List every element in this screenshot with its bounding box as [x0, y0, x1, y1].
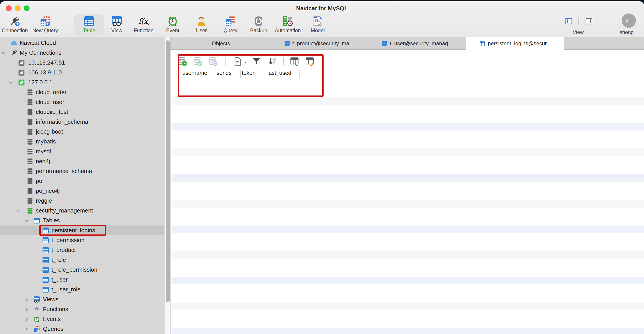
query-icon	[225, 15, 236, 27]
connection-toolbar-button[interactable]: Connection	[0, 14, 30, 36]
toolbar-button-label: Table	[74, 28, 104, 33]
sidebar-item-t_user[interactable]: t_user	[0, 275, 170, 284]
tab-objects[interactable]: Objects	[172, 37, 270, 49]
db-icon	[26, 89, 34, 96]
table-icon	[42, 237, 49, 244]
connection-tree-sidebar: Navicat CloudMy Connections10.113.247.51…	[0, 37, 170, 334]
sidebar-item-po[interactable]: po	[0, 176, 170, 186]
automation-icon	[282, 15, 294, 27]
sidebar-item-mybatis[interactable]: mybatis	[0, 136, 170, 146]
sidebar-item-security_management[interactable]: security_management	[0, 206, 170, 215]
sort-button[interactable]	[268, 57, 278, 66]
document-text-button[interactable]	[232, 57, 242, 66]
sidebar-item-t_user_role[interactable]: t_user_role	[0, 284, 170, 294]
column-header-username[interactable]: username	[182, 70, 207, 76]
table-toolbar-button[interactable]: Table	[74, 14, 104, 36]
tab-persistent_logins-secur-[interactable]: persistent_logins@secur...	[466, 37, 564, 50]
chevron-right-icon[interactable]	[24, 317, 29, 322]
export-table-button[interactable]	[304, 57, 314, 66]
sidebar-item-106.13.9.110[interactable]: 106.13.9.110	[0, 67, 170, 77]
column-header-last_used[interactable]: last_used	[268, 70, 291, 76]
sidebar-item-127.0.0.1[interactable]: 127.0.0.1	[0, 77, 170, 87]
sidebar-item-queries[interactable]: Queries	[0, 324, 170, 334]
sidebar-item-jeecg-boot[interactable]: jeecg-boot	[0, 127, 170, 136]
sidebar-item-navicat-cloud[interactable]: Navicat Cloud	[0, 38, 170, 48]
chevron-down-icon[interactable]	[8, 80, 13, 85]
new-query-toolbar-button[interactable]: New Query	[30, 14, 60, 36]
sidebar-item-views[interactable]: Views	[0, 294, 170, 304]
chevron-right-icon[interactable]	[24, 307, 29, 312]
backup-toolbar-button[interactable]: Backup	[244, 14, 274, 36]
database-play-button[interactable]	[178, 57, 187, 66]
sidebar-item-t_role[interactable]: t_role	[0, 255, 170, 265]
sidebar-item-cloud_user[interactable]: cloud_user	[0, 97, 170, 107]
database-check-button	[193, 57, 202, 66]
sidebar-item-mysql[interactable]: mysql	[0, 146, 170, 156]
table-icon	[33, 217, 40, 224]
empty-grid-stripe	[172, 174, 644, 182]
account-avatar[interactable]: s_	[622, 14, 636, 28]
sidebar-item-label: po_neo4j	[36, 187, 60, 194]
sidebar-item-label: t_user_role	[52, 286, 80, 293]
filter-button[interactable]	[252, 57, 261, 66]
column-divider[interactable]	[214, 70, 215, 78]
column-divider[interactable]	[299, 70, 300, 78]
chevron-right-icon[interactable]	[24, 297, 29, 302]
view-toolbar-button[interactable]: View	[102, 14, 132, 36]
event-toolbar-button[interactable]: Event	[158, 14, 188, 36]
tab-t_product-security_ma-[interactable]: t_product@security_ma...	[270, 37, 368, 49]
sidebar-item-reggie[interactable]: reggie	[0, 196, 170, 206]
table-icon	[42, 246, 49, 254]
sidebar-item-neo4j[interactable]: neo4j	[0, 156, 170, 166]
sidebar-item-performance_schema[interactable]: performance_schema	[0, 166, 170, 176]
tab-t_user-security_manag-[interactable]: t_user@security_manag...	[368, 37, 466, 49]
db-icon	[26, 108, 34, 115]
sidebar-item-events[interactable]: Events	[0, 314, 170, 324]
model-icon	[312, 15, 324, 27]
sidebar-scrollbar-track[interactable]	[164, 37, 170, 334]
sidebar-item-10.113.247.51[interactable]: 10.113.247.51	[0, 58, 170, 67]
sidebar-item-label: t_permission	[52, 237, 84, 243]
sidebar-item-tables[interactable]: Tables	[0, 215, 170, 225]
sidebar-item-t_permission[interactable]: t_permission	[0, 235, 170, 245]
sidebar-item-cloud_order[interactable]: cloud_order	[0, 87, 170, 97]
column-header-series[interactable]: series	[216, 70, 232, 76]
sidebar-item-my-connections[interactable]: My Connections	[0, 48, 170, 58]
sidebar-item-t_role_permission[interactable]: t_role_permission	[0, 265, 170, 275]
sidebar-item-persistent_logins[interactable]: persistent_logins	[0, 225, 170, 235]
column-divider[interactable]	[266, 70, 266, 78]
sidebar-item-t_product[interactable]: t_product	[0, 245, 170, 255]
chevron-down-icon[interactable]	[1, 50, 6, 55]
sidebar-item-label: 10.113.247.51	[28, 59, 65, 66]
plug-icon	[10, 49, 18, 56]
chevron-down-icon[interactable]	[16, 208, 20, 213]
sidebar-item-functions[interactable]: fxFunctions	[0, 304, 170, 314]
tab-bar: Objectst_product@security_ma...t_user@se…	[170, 37, 644, 50]
chevron-down-icon[interactable]	[24, 218, 29, 223]
column-divider[interactable]	[181, 70, 181, 78]
query-toolbar-button[interactable]: Query	[216, 14, 245, 36]
automation-toolbar-button[interactable]: Automation	[273, 14, 302, 36]
function-toolbar-button[interactable]: f(x)Function	[129, 14, 158, 36]
backup-icon	[253, 15, 264, 27]
chevron-right-icon[interactable]	[24, 326, 29, 331]
sidebar-item-information_schema[interactable]: information_schema	[0, 117, 170, 127]
user-toolbar-button[interactable]: User	[186, 14, 216, 36]
dropdown-caret-icon[interactable]	[243, 60, 248, 65]
sidebar-item-label: t_role	[52, 256, 66, 263]
sidebar-item-label: Events	[43, 316, 61, 322]
column-header-token[interactable]: token	[242, 70, 256, 76]
sidebar-item-label: information_schema	[36, 118, 88, 125]
toggle-right-panel-icon[interactable]	[584, 18, 594, 25]
sidebar-item-po_neo4j[interactable]: po_neo4j	[0, 186, 170, 196]
column-divider[interactable]	[240, 70, 240, 78]
toolbar-button-label: Function	[129, 28, 158, 33]
import-table-button[interactable]	[290, 57, 300, 66]
model-toolbar-button[interactable]: Model	[303, 14, 332, 36]
toggle-left-panel-icon[interactable]	[564, 18, 574, 25]
sidebar-item-label: cloud_user	[36, 99, 64, 105]
sidebar-item-cloudiip_test[interactable]: cloudiip_test	[0, 107, 170, 117]
sidebar-scrollbar-thumb[interactable]	[166, 40, 170, 302]
empty-grid-stripe	[172, 97, 644, 105]
sidebar-item-label: cloudiip_test	[36, 108, 68, 115]
